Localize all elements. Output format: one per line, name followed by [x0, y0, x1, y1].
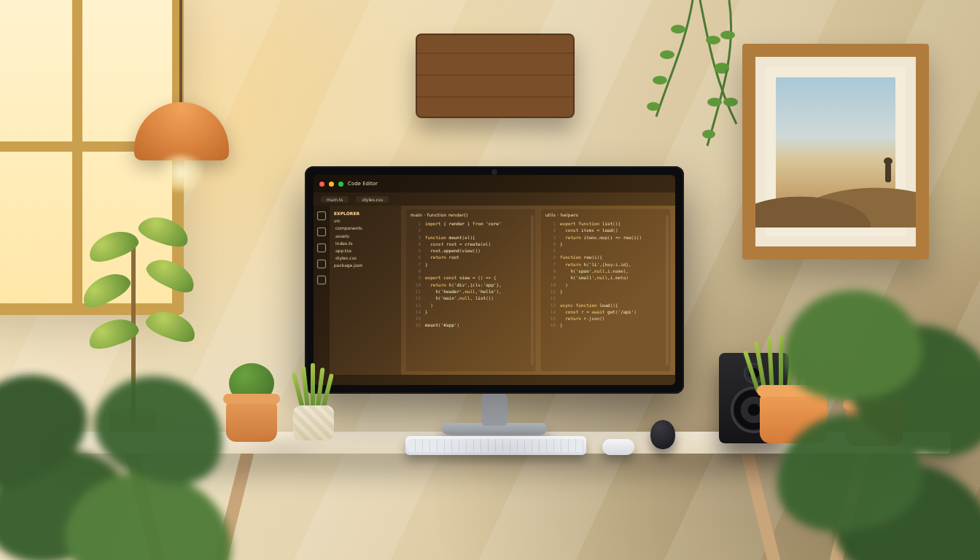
svg-point-7 [720, 31, 735, 39]
smart-speaker [650, 420, 675, 449]
explorer-item: app.tsx [335, 248, 351, 253]
lamp-cord [179, 0, 182, 109]
traffic-light-min-icon [329, 182, 334, 187]
search-icon [317, 228, 326, 236]
files-icon [317, 211, 326, 220]
scrollbar [666, 215, 669, 365]
svg-point-5 [715, 65, 729, 74]
editor-pane-left: main · function render() 1import { rende… [405, 209, 536, 372]
workspace-scene: Code Editor main.ts styles.css EXPLORER … [0, 0, 980, 560]
svg-point-1 [660, 50, 674, 59]
git-icon [317, 244, 326, 252]
ide-explorer: EXPLORER src components assets index.ts … [330, 206, 401, 375]
ide-statusbar [314, 375, 675, 385]
explorer-item: index.ts [335, 241, 353, 246]
traffic-light-max-icon [338, 182, 343, 187]
mouse [602, 439, 634, 455]
traffic-light-close-icon [319, 182, 324, 187]
ide-app-name: Code Editor [348, 181, 378, 187]
ide-titlebar: Code Editor [314, 175, 675, 192]
svg-point-2 [653, 76, 667, 85]
monitor-stand-neck [481, 394, 508, 426]
ide-tab: styles.css [356, 196, 389, 203]
editor-pane-right: utils · helpers 1export function list(){… [540, 209, 671, 372]
scrollbar [531, 215, 534, 365]
plant [292, 359, 357, 410]
explorer-item: assets [335, 233, 349, 238]
extensions-icon [317, 276, 326, 284]
svg-point-8 [715, 63, 729, 71]
lamp-glow [152, 155, 210, 191]
monitor: Code Editor main.ts styles.css EXPLORER … [305, 166, 684, 394]
explorer-item: src [334, 218, 341, 223]
svg-point-6 [723, 98, 738, 106]
explorer-title: EXPLORER [334, 211, 359, 216]
pane-title: main · function render() [411, 212, 531, 217]
svg-point-4 [706, 36, 720, 44]
explorer-item: styles.css [335, 255, 357, 260]
webcam-dot [491, 169, 497, 175]
explorer-item: package.json [334, 262, 363, 268]
wood-plaque [416, 34, 575, 118]
hanging-vine [627, 0, 758, 160]
foreground-plant [747, 239, 980, 560]
svg-point-0 [671, 25, 685, 34]
screen: Code Editor main.ts styles.css EXPLORER … [314, 175, 675, 385]
debug-icon [317, 260, 326, 268]
svg-point-3 [647, 102, 660, 111]
pane-title: utils · helpers [545, 212, 666, 217]
picture-frame [742, 44, 929, 260]
foreground-plant [0, 283, 262, 560]
ide-activity-bar [314, 206, 330, 375]
ide-tabbar: main.ts styles.css [314, 192, 675, 206]
explorer-item: components [335, 225, 362, 230]
svg-point-9 [707, 98, 722, 106]
keyboard [405, 436, 586, 455]
ide-tab: main.ts [321, 196, 349, 203]
svg-point-10 [702, 130, 715, 139]
plant-pot [293, 405, 334, 440]
